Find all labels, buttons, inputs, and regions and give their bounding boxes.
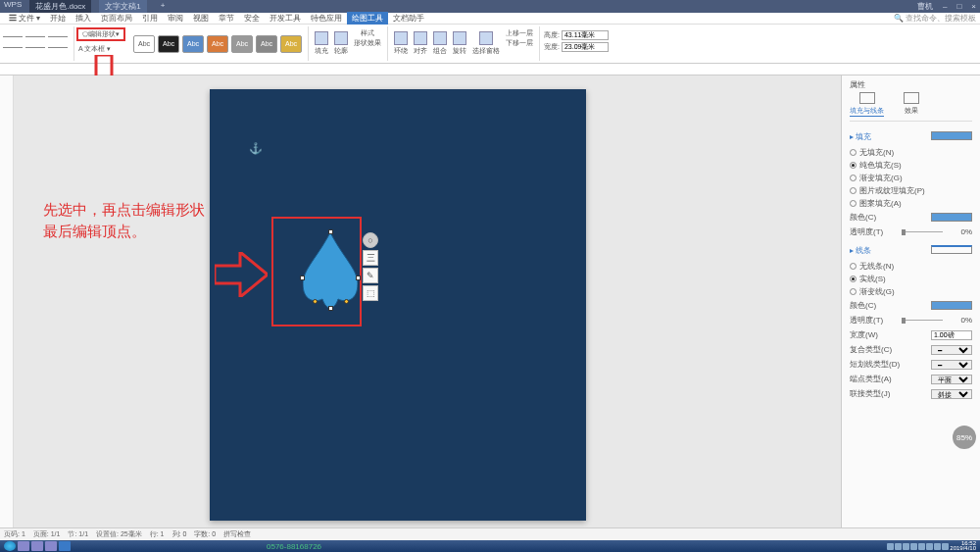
float-tool-rotate[interactable]: ○ (363, 232, 378, 248)
height-input[interactable] (562, 30, 609, 40)
line-option-solid[interactable]: 实线(S) (850, 273, 972, 285)
outline-button[interactable]: 轮廓 (334, 28, 348, 59)
fill-section-title[interactable]: ▸ 填充 (850, 131, 871, 142)
status-wc[interactable]: 字数: 0 (194, 529, 216, 539)
fill-color-picker[interactable] (931, 213, 972, 222)
join-select[interactable]: 斜接 (931, 389, 972, 399)
progress-badge[interactable]: 85% (953, 426, 976, 449)
cap-select[interactable]: 平面 (931, 375, 972, 384)
horizontal-ruler[interactable] (0, 64, 980, 75)
style-swatch-2[interactable]: Abc (158, 35, 179, 53)
insert-line-shapes[interactable] (0, 26, 74, 61)
fill-option-solid[interactable]: 纯色填充(S) (850, 159, 972, 172)
dash-select[interactable]: ━ (931, 360, 972, 370)
taskbar-icon-1[interactable] (18, 541, 29, 551)
resize-handle-right[interactable] (356, 276, 361, 280)
start-button[interactable] (4, 541, 16, 551)
fill-option-gradient[interactable]: 渐变填充(G) (850, 172, 972, 184)
float-tool-edit[interactable]: ✎ (363, 268, 378, 283)
adjust-handle-2[interactable] (344, 299, 349, 304)
fill-swatch-preview[interactable] (931, 131, 972, 140)
status-page[interactable]: 页码: 1 (4, 529, 25, 539)
resize-handle-bottom[interactable] (328, 306, 333, 311)
line-width-input[interactable] (931, 330, 972, 340)
line-option-none[interactable]: 无线条(N) (850, 260, 972, 273)
menu-security[interactable]: 安全 (239, 12, 265, 25)
tray-icon[interactable] (918, 543, 925, 550)
style-swatch-4[interactable]: Abc (207, 35, 228, 53)
align-button[interactable]: 对齐 (414, 28, 427, 59)
fill-opacity-slider[interactable] (902, 229, 943, 235)
document-page[interactable]: ⚓ (210, 89, 586, 521)
user-name[interactable]: 曹机 (917, 1, 933, 12)
menu-view[interactable]: 视图 (188, 12, 214, 25)
status-pages[interactable]: 页面: 1/1 (33, 529, 61, 539)
shape-effect-button[interactable]: 形状效果 (354, 38, 381, 48)
edit-shape-button[interactable]: ⬠ 编辑形状 ▾ (76, 27, 125, 41)
shape-style-gallery[interactable]: Abc Abc Abc Abc Abc Abc Abc (127, 26, 309, 61)
fill-button[interactable]: 填充 (315, 28, 328, 59)
status-section: 节: 1/1 (68, 529, 88, 539)
style-swatch-5[interactable]: Abc (231, 35, 253, 53)
file-menu[interactable]: ☰ 文件 ▾ (4, 12, 45, 25)
menu-insert[interactable]: 插入 (71, 12, 96, 25)
select-pane-button[interactable]: 选择窗格 (472, 28, 500, 59)
taskbar-icon-3[interactable] (45, 541, 57, 551)
float-tool-more[interactable]: ⬚ (363, 285, 378, 301)
close-button[interactable]: × (971, 2, 976, 11)
tray-icon[interactable] (926, 543, 933, 550)
style-swatch-7[interactable]: Abc (280, 35, 302, 53)
style-button[interactable]: 样式 (354, 28, 381, 38)
fill-opacity-value: 0% (960, 227, 972, 236)
adjust-handle-1[interactable] (313, 299, 318, 304)
group-button[interactable]: 组合 (433, 28, 447, 59)
menu-doc-helper[interactable]: 文档助手 (388, 12, 429, 25)
selected-shape[interactable] (303, 232, 358, 309)
menu-review[interactable]: 审阅 (163, 12, 188, 25)
menu-drawing-tools[interactable]: 绘图工具 (347, 12, 388, 25)
wrap-button[interactable]: 环绕 (394, 28, 408, 59)
menu-home[interactable]: 开始 (45, 12, 71, 25)
line-swatch-preview[interactable] (931, 245, 972, 254)
tray-icon[interactable] (903, 543, 909, 550)
tray-icon[interactable] (895, 543, 902, 550)
menu-section[interactable]: 章节 (214, 12, 239, 25)
canvas[interactable]: ⚓ 先选中，再点击编辑形状 最后编辑顶点。 ○ 三 (14, 75, 841, 527)
rotate-button[interactable]: 旋转 (453, 28, 466, 59)
move-up-button[interactable]: 上移一层 (506, 28, 533, 38)
fill-option-picture[interactable]: 图片或纹理填充(P) (850, 184, 972, 197)
menu-layout[interactable]: 页面布局 (96, 12, 137, 25)
line-section-title[interactable]: ▸ 线条 (850, 245, 871, 256)
resize-handle-left[interactable] (300, 276, 305, 280)
move-down-button[interactable]: 下移一层 (506, 38, 533, 48)
menu-reference[interactable]: 引用 (137, 12, 163, 25)
float-tool-layout[interactable]: 三 (363, 250, 378, 266)
line-option-gradient[interactable]: 渐变线(G) (850, 285, 972, 298)
min-button[interactable]: – (943, 2, 947, 11)
tray-icon[interactable] (942, 543, 949, 550)
search-commands[interactable]: 🔍 查找命令、搜索模板 (894, 13, 976, 24)
props-tab-effect[interactable]: 效果 (904, 92, 919, 117)
menu-developer[interactable]: 开发工具 (265, 12, 306, 25)
taskbar-icon-2[interactable] (31, 541, 43, 551)
status-insert[interactable]: 拼写检查 (223, 529, 251, 539)
style-swatch-3[interactable]: Abc (182, 35, 204, 53)
tray-icon[interactable] (887, 543, 894, 550)
clock[interactable]: 16:52 2019/4/10 (950, 541, 976, 551)
props-tab-fill[interactable]: 填充与线条 (850, 92, 884, 117)
menu-features[interactable]: 特色应用 (306, 12, 347, 25)
line-opacity-slider[interactable] (902, 318, 943, 324)
text-frame-button[interactable]: A 文本框 ▾ (74, 42, 127, 56)
taskbar-icon-4[interactable] (59, 541, 71, 551)
width-input[interactable] (562, 42, 609, 52)
fill-option-pattern[interactable]: 图案填充(A) (850, 197, 972, 210)
tray-icon[interactable] (934, 543, 941, 550)
tray-icon[interactable] (910, 543, 917, 550)
fill-option-none[interactable]: 无填充(N) (850, 146, 972, 159)
style-swatch-1[interactable]: Abc (133, 35, 155, 53)
style-swatch-6[interactable]: Abc (256, 35, 277, 53)
resize-handle-top[interactable] (328, 229, 333, 234)
compound-select[interactable]: ━ (931, 345, 972, 355)
max-button[interactable]: □ (956, 2, 961, 11)
line-color-picker[interactable] (931, 301, 972, 310)
